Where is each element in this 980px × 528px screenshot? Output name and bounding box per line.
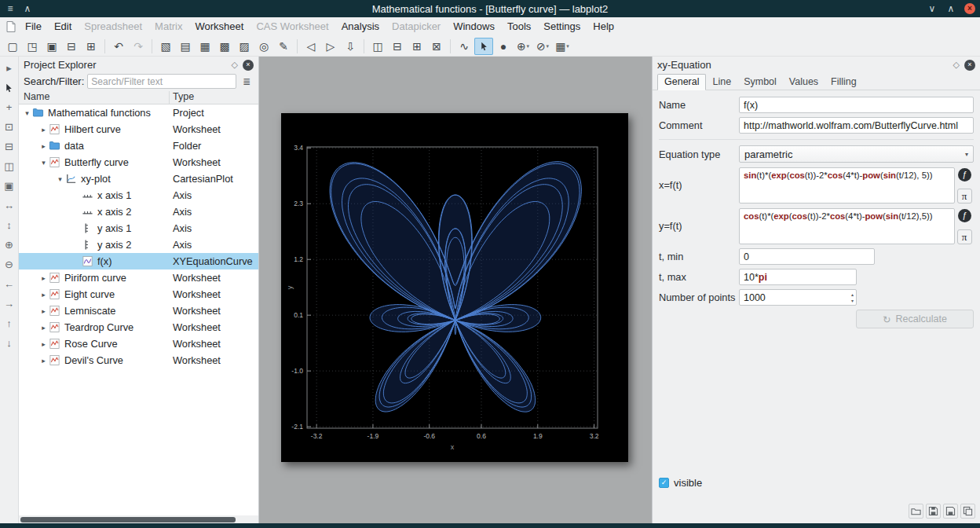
insert-constant-icon[interactable]: π: [957, 229, 972, 244]
auto-scale-tool-icon[interactable]: ▣: [1, 176, 18, 196]
layout-break-icon[interactable]: ⊠: [427, 38, 446, 55]
app-menu-icon[interactable]: ≡: [5, 3, 16, 14]
float-dock-icon[interactable]: ◇: [953, 60, 960, 70]
worksheet-page[interactable]: -3.2-1.9-0.60.61.93.23.42.31.20.1-1.0-2.…: [281, 113, 628, 462]
menu-tools[interactable]: Tools: [501, 17, 537, 36]
new-worksheet-icon[interactable]: ▨: [235, 38, 254, 55]
tree-collapsed-arrow-icon[interactable]: ▸: [38, 126, 49, 134]
tree-item-y-axis-2[interactable]: y axis 2Axis: [19, 236, 258, 253]
search-filter-input[interactable]: [87, 74, 236, 89]
minimize-icon[interactable]: ∨: [927, 3, 938, 14]
column-name[interactable]: Name: [19, 91, 170, 104]
spin-up-icon[interactable]: ▴: [851, 292, 854, 298]
menu-edit[interactable]: Edit: [48, 17, 78, 36]
zoom-x-select-tool-icon[interactable]: ⊟: [1, 137, 18, 156]
zoom-select-tool-icon[interactable]: ⊡: [1, 117, 18, 137]
new-datapicker-icon[interactable]: ◎: [254, 38, 273, 55]
x-equation-input[interactable]: sin(t)*(exp(cos(t))-2*cos(4*t)-pow(sin(t…: [739, 167, 955, 204]
tree-item-eight-curve[interactable]: ▸Eight curveWorksheet: [19, 286, 258, 302]
magnification-icon[interactable]: ▦▾: [553, 38, 572, 55]
menu-worksheet[interactable]: Worksheet: [188, 17, 250, 36]
tree-collapsed-arrow-icon[interactable]: ▸: [38, 274, 49, 282]
close-dock-icon[interactable]: ×: [964, 60, 975, 71]
comment-input[interactable]: [739, 117, 974, 134]
tree-item-xy-plot[interactable]: ▾xy-plotCartesianPlot: [19, 170, 258, 187]
add-curve-icon[interactable]: ∿: [455, 38, 474, 55]
tree-item-piriform-curve[interactable]: ▸Piriform curveWorksheet: [19, 270, 258, 286]
navigate-next-icon[interactable]: ▷: [321, 38, 340, 55]
tree-expanded-arrow-icon[interactable]: ▾: [22, 109, 32, 117]
undo-icon[interactable]: ↶: [109, 38, 128, 55]
filter-options-icon[interactable]: ≣: [240, 75, 254, 89]
dock-handle-icon[interactable]: ▸: [1, 58, 18, 78]
menu-settings[interactable]: Settings: [537, 17, 587, 36]
menu-file[interactable]: File: [19, 17, 48, 36]
auto-scale-y-tool-icon[interactable]: ↕: [1, 215, 18, 235]
save-default-template-button[interactable]: [943, 504, 958, 519]
redo-icon[interactable]: ↷: [129, 38, 148, 55]
recalculate-button[interactable]: ↻ Recalculate: [856, 310, 974, 328]
tree-collapsed-arrow-icon[interactable]: ▸: [38, 307, 49, 315]
shift-left-tool-icon[interactable]: ←: [1, 274, 18, 294]
spinbox-arrows[interactable]: ▴ ▾: [851, 292, 854, 304]
tree-item-teardrop-curve[interactable]: ▸Teardrop CurveWorksheet: [19, 319, 258, 336]
tree-item-butterfly-curve[interactable]: ▾Butterfly curveWorksheet: [19, 154, 258, 170]
new-matrix-icon[interactable]: ▩: [215, 38, 234, 55]
zoom-in-tool-icon[interactable]: ⊕: [1, 235, 18, 255]
navigate-mode-icon[interactable]: ●: [494, 38, 513, 55]
tree-expanded-arrow-icon[interactable]: ▾: [55, 175, 65, 183]
menu-windows[interactable]: Windows: [447, 17, 501, 36]
crosshair-tool-icon[interactable]: +: [1, 97, 18, 117]
equation-type-select[interactable]: parametric ▾: [739, 145, 974, 163]
color-tool-icon[interactable]: ✎: [274, 38, 293, 55]
tree-collapsed-arrow-icon[interactable]: ▸: [38, 291, 49, 299]
name-input[interactable]: [739, 97, 974, 113]
zoom-y-select-tool-icon[interactable]: ◫: [1, 156, 18, 176]
menu-help[interactable]: Help: [587, 17, 620, 36]
tree-item-x-axis-2[interactable]: x axis 2Axis: [19, 204, 258, 220]
butterfly-plot[interactable]: -3.2-1.9-0.60.61.93.23.42.31.20.1-1.0-2.…: [281, 113, 628, 462]
insert-function-icon[interactable]: ƒ: [958, 168, 971, 182]
layout-vertical-icon[interactable]: ◫: [368, 38, 387, 55]
tree-item-lemniscate[interactable]: ▸LemniscateWorksheet: [19, 302, 258, 319]
tree-item-rose-curve[interactable]: ▸Rose CurveWorksheet: [19, 336, 258, 352]
tab-general[interactable]: General: [657, 74, 706, 90]
t-max-input[interactable]: 10*pi: [739, 269, 857, 285]
new-spreadsheet-icon[interactable]: ▦: [196, 38, 214, 55]
layout-horizontal-icon[interactable]: ⊟: [388, 38, 407, 55]
layout-grid-icon[interactable]: ⊞: [408, 38, 426, 55]
tree-collapsed-arrow-icon[interactable]: ▸: [38, 142, 49, 150]
tree-collapsed-arrow-icon[interactable]: ▸: [38, 340, 49, 348]
maximize-icon[interactable]: ∧: [945, 3, 956, 14]
tree-item-data[interactable]: ▸dataFolder: [19, 138, 258, 154]
insert-constant-icon[interactable]: π: [957, 189, 972, 204]
column-type[interactable]: Type: [170, 91, 258, 104]
close-panel-icon[interactable]: ×: [243, 60, 254, 71]
tree-item-x-axis-1[interactable]: x axis 1Axis: [19, 187, 258, 204]
tree-collapsed-arrow-icon[interactable]: ▸: [38, 357, 49, 365]
visible-checkbox[interactable]: ✓: [659, 478, 669, 488]
tree-collapsed-arrow-icon[interactable]: ▸: [38, 324, 49, 332]
tab-values[interactable]: Values: [783, 75, 825, 90]
menu-analysis[interactable]: Analysis: [335, 17, 386, 36]
shift-up-tool-icon[interactable]: ↑: [1, 314, 18, 333]
select-mode-icon[interactable]: [474, 38, 493, 55]
shift-down-tool-icon[interactable]: ↓: [1, 333, 18, 353]
new-folder-icon[interactable]: ▧: [156, 38, 175, 55]
open-project-icon[interactable]: ◳: [23, 38, 42, 55]
tree-item-y-axis-1[interactable]: y axis 1Axis: [19, 220, 258, 236]
horizontal-scrollbar[interactable]: [19, 515, 258, 523]
keep-above-icon[interactable]: ∧: [22, 3, 33, 14]
print-icon[interactable]: ⊟: [62, 38, 81, 55]
spin-down-icon[interactable]: ▾: [851, 298, 854, 304]
tab-symbol[interactable]: Symbol: [737, 75, 783, 90]
navigate-previous-icon[interactable]: ◁: [302, 38, 320, 55]
y-equation-input[interactable]: cos(t)*(exp(cos(t))-2*cos(4*t)-pow(sin(t…: [739, 208, 955, 244]
new-project-icon[interactable]: ▢: [3, 38, 22, 55]
auto-scale-x-tool-icon[interactable]: ↔: [1, 196, 18, 215]
export-icon[interactable]: ⇩: [341, 38, 360, 55]
print-preview-icon[interactable]: ⊞: [82, 38, 101, 55]
insert-function-icon[interactable]: ƒ: [958, 209, 971, 222]
scrollbar-thumb[interactable]: [20, 517, 236, 522]
tab-filling[interactable]: Filling: [825, 75, 863, 90]
